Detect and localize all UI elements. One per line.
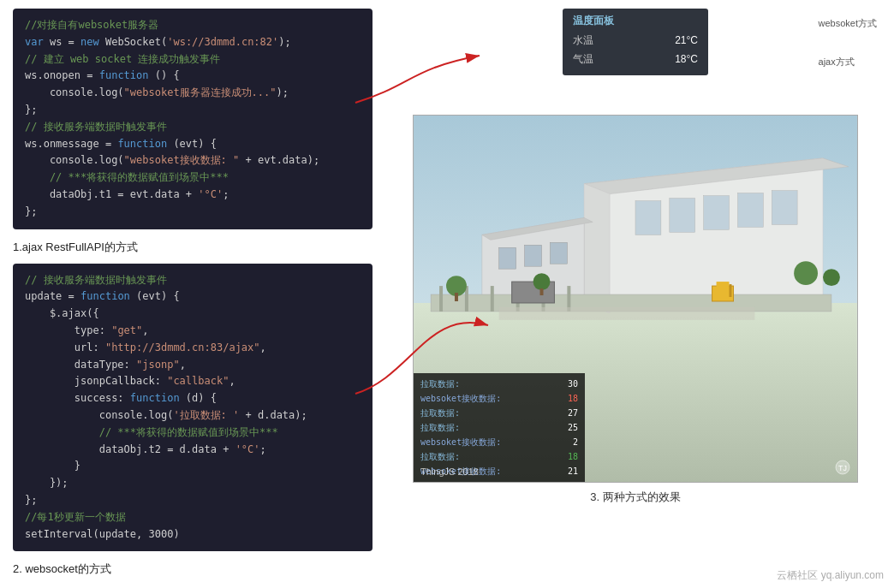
svg-rect-32 — [550, 242, 567, 264]
data-row-1: 拉取数据: 30 — [420, 377, 578, 391]
label-websocket: 2. websocket的方式 — [13, 558, 372, 579]
svg-text:TJ: TJ — [838, 464, 847, 472]
svg-rect-24 — [455, 293, 458, 301]
svg-rect-26 — [540, 288, 544, 295]
left-panel: //对接自有websoket服务器 var ws = new WebSocket… — [13, 9, 372, 579]
data-row-4: 拉取数据: 25 — [420, 420, 578, 435]
scene-logo: TJ — [835, 460, 850, 477]
annotation-websocket: websoket方式 — [819, 17, 877, 30]
svg-rect-29 — [499, 307, 755, 320]
svg-point-25 — [533, 273, 551, 290]
info-panel-title: 温度面板 — [573, 14, 698, 28]
main-container: //对接自有websoket服务器 var ws = new WebSocket… — [0, 0, 894, 588]
svg-marker-4 — [584, 184, 610, 313]
info-air-label: 气温 — [573, 50, 593, 69]
svg-rect-31 — [525, 245, 542, 266]
info-row-air: 气温 18°C — [573, 50, 698, 69]
svg-rect-8 — [737, 193, 763, 228]
svg-rect-5 — [635, 201, 661, 235]
info-air-value: 18°C — [675, 50, 698, 69]
info-water-label: 水温 — [573, 32, 593, 50]
svg-rect-13 — [439, 286, 443, 312]
code-block-ajax: // 接收服务端数据时触发事件 update = function (evt) … — [13, 264, 372, 552]
page-watermark: 云栖社区 yq.aliyun.com — [777, 568, 884, 583]
data-row-3: 拉取数据: 27 — [420, 406, 578, 420]
info-water-value: 21°C — [675, 32, 698, 50]
code-websocket-content: //对接自有websoket服务器 var ws = new WebSocket… — [25, 17, 361, 221]
label-ajax: 1.ajax RestFullAPI的方式 — [13, 236, 372, 257]
svg-point-28 — [823, 269, 840, 286]
code-block-websocket: //对接自有websoket服务器 var ws = new WebSocket… — [13, 9, 372, 229]
info-panel: 温度面板 水温 21°C 气温 18°C — [563, 9, 708, 75]
svg-rect-15 — [491, 286, 494, 312]
svg-rect-21 — [717, 282, 730, 288]
data-overlay: 拉取数据: 30 websoket接收数据: 18 拉取数据: 27 拉取数据:… — [414, 373, 585, 482]
annotation-ajax: ajax方式 — [819, 56, 877, 68]
svg-rect-6 — [670, 199, 695, 233]
svg-rect-9 — [772, 191, 797, 225]
svg-rect-30 — [499, 247, 516, 269]
svg-rect-22 — [729, 284, 731, 297]
code-ajax-content: // 接收服务端数据时触发事件 update = function (evt) … — [25, 272, 361, 543]
data-row-6: 拉取数据: 18 — [420, 449, 578, 464]
scene-caption: 3. 两种方式的效果 — [590, 490, 680, 505]
data-row-2: websoket接收数据: 18 — [420, 391, 578, 406]
3d-scene: 拉取数据: 30 websoket接收数据: 18 拉取数据: 27 拉取数据:… — [413, 115, 858, 483]
svg-rect-7 — [704, 196, 730, 230]
scene-watermark: ThingJS 2018 — [420, 466, 479, 477]
right-panel: 温度面板 水温 21°C 气温 18°C websoket方式 ajax方式 — [372, 9, 881, 579]
svg-point-27 — [794, 261, 818, 285]
info-row-water: 水温 21°C — [573, 32, 698, 50]
data-row-5: websoket接收数据: 2 — [420, 435, 578, 449]
